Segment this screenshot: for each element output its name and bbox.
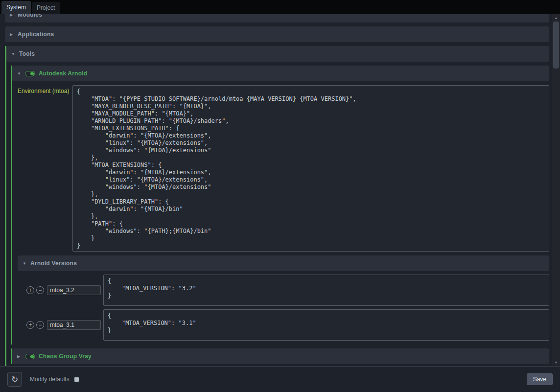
version-name-input[interactable] xyxy=(47,285,101,295)
section-header-applications[interactable]: ▶ Applications xyxy=(5,26,549,42)
vertical-scrollbar[interactable]: ▲ ▼ xyxy=(552,14,560,366)
settings-scroll-area: ▶ Modules ▶ Applications ▼ Tools xyxy=(0,14,560,366)
section-header-chaos-group-vray[interactable]: ▶ Chaos Group Vray xyxy=(12,348,549,364)
environment-row: Environment (mtoa) { "MTOA": "{PYPE_STUD… xyxy=(18,85,549,252)
scrollbar-thumb[interactable] xyxy=(553,22,559,69)
add-version-button[interactable]: + xyxy=(26,321,34,329)
collapse-down-icon: ▼ xyxy=(11,52,19,56)
section-title-tools: Tools xyxy=(19,50,35,57)
collapse-down-icon: ▼ xyxy=(17,71,25,76)
arnold-versions: ▼ Arnold Versions + − { "MTOA_VERSION": … xyxy=(18,255,549,341)
remove-version-button[interactable]: − xyxy=(36,286,44,294)
tab-bar: System Project xyxy=(0,0,560,14)
environment-json-editor[interactable]: { "MTOA": "{PYPE_STUDIO_SOFTWARE}/arnold… xyxy=(72,85,549,252)
add-version-button[interactable]: + xyxy=(26,286,34,294)
section-autodesk-arnold: ▼ Autodesk Arnold Environment (mtoa) { "… xyxy=(11,66,549,345)
modify-defaults-checkbox[interactable] xyxy=(74,377,79,382)
collapse-right-icon: ▶ xyxy=(17,354,25,359)
version-json-editor[interactable]: { "MTOA_VERSION": "3.2" } xyxy=(103,275,549,306)
section-chaos-group-vray: ▶ Chaos Group Vray xyxy=(11,348,549,364)
refresh-button[interactable]: ↻ xyxy=(7,372,22,387)
section-title-arnold-versions: Arnold Versions xyxy=(30,260,77,267)
version-row: + − { "MTOA_VERSION": "3.1" } xyxy=(18,309,549,341)
section-title-autodesk-arnold: Autodesk Arnold xyxy=(39,70,87,77)
tools-body: ▼ Autodesk Arnold Environment (mtoa) { "… xyxy=(6,66,549,366)
settings-content: ▶ Modules ▶ Applications ▼ Tools xyxy=(0,14,552,366)
arnold-body: Environment (mtoa) { "MTOA": "{PYPE_STUD… xyxy=(12,81,549,345)
version-json-editor[interactable]: { "MTOA_VERSION": "3.1" } xyxy=(103,309,549,341)
section-header-autodesk-arnold[interactable]: ▼ Autodesk Arnold xyxy=(12,66,549,81)
collapse-right-icon: ▶ xyxy=(10,14,18,17)
section-tools: ▼ Tools ▼ Autodesk Arnold xyxy=(5,46,549,366)
section-title-chaos-group-vray: Chaos Group Vray xyxy=(39,353,92,360)
section-applications: ▶ Applications xyxy=(5,26,549,42)
environment-label: Environment (mtoa) xyxy=(18,85,72,94)
remove-version-button[interactable]: − xyxy=(36,321,44,329)
section-header-tools[interactable]: ▼ Tools xyxy=(6,46,549,62)
scroll-up-arrow-icon[interactable]: ▲ xyxy=(552,14,560,21)
modify-defaults-label: Modify defaults xyxy=(30,376,70,383)
collapse-right-icon: ▶ xyxy=(10,32,18,37)
tab-project[interactable]: Project xyxy=(32,2,60,14)
settings-window: System Project ▶ Modules ▶ Applications xyxy=(0,0,560,392)
save-button[interactable]: Save xyxy=(527,373,553,385)
vray-enabled-toggle[interactable] xyxy=(25,354,35,359)
section-title-modules: Modules xyxy=(18,14,42,18)
collapse-down-icon: ▼ xyxy=(23,261,30,266)
section-header-modules[interactable]: ▶ Modules xyxy=(5,14,549,23)
section-header-arnold-versions[interactable]: ▼ Arnold Versions xyxy=(18,255,549,271)
arnold-enabled-toggle[interactable] xyxy=(25,71,35,76)
version-name-input[interactable] xyxy=(47,320,101,330)
tab-system[interactable]: System xyxy=(1,1,31,14)
scroll-down-arrow-icon[interactable]: ▼ xyxy=(552,359,560,366)
version-row: + − { "MTOA_VERSION": "3.2" } xyxy=(18,275,549,306)
refresh-icon: ↻ xyxy=(11,375,18,384)
section-title-applications: Applications xyxy=(18,31,54,38)
footer-bar: ↻ Modify defaults Save xyxy=(0,366,560,392)
section-modules: ▶ Modules xyxy=(5,14,549,23)
